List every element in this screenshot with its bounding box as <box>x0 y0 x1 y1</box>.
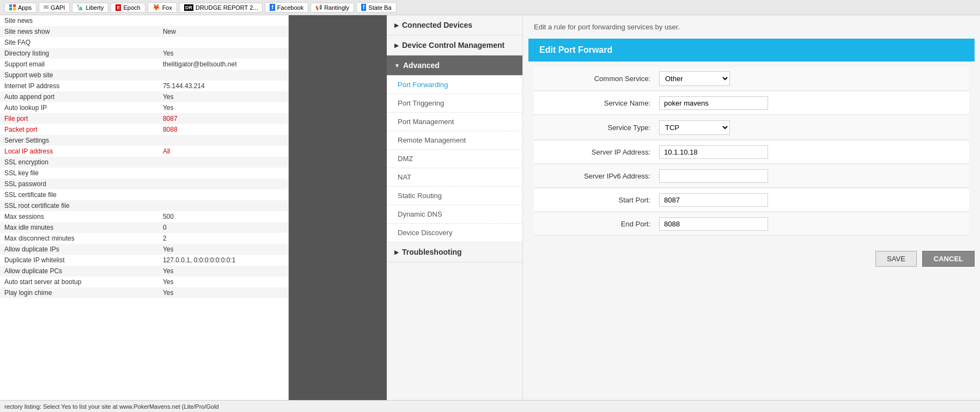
tab-rantingly-label: Rantingly <box>324 4 349 11</box>
form-row-service-name: Service Name: <box>534 92 969 115</box>
setting-label: Auto start server at bootup <box>0 276 159 287</box>
tab-apps-label: Apps <box>18 4 32 11</box>
setting-value <box>159 157 288 168</box>
setting-label: Auto append port <box>0 91 159 102</box>
nav-section-label: Device Control Management <box>402 41 504 50</box>
nav-section-header[interactable]: ▼Advanced <box>387 56 522 76</box>
table-row: Duplicate IP whitelist127.0.0.1, 0:0:0:0… <box>0 255 288 266</box>
save-button[interactable]: SAVE <box>875 251 917 267</box>
tab-facebook-label: Facebook <box>277 4 303 11</box>
setting-label: Site FAQ <box>0 37 159 48</box>
nav-item[interactable]: Port Forwarding <box>387 76 522 94</box>
tab-liberty[interactable]: 🗽 Liberty <box>72 3 108 13</box>
setting-label: Site news <box>0 15 159 26</box>
form-label-server-ip: Server IP Address: <box>539 148 659 156</box>
nav-section-header[interactable]: ▶Connected Devices <box>387 15 522 35</box>
table-row: Internet IP address75.144.43.214 <box>0 81 288 91</box>
table-row: Site news showNew <box>0 26 288 37</box>
setting-value <box>159 200 288 211</box>
setting-value: Yes <box>159 287 288 298</box>
form-label-service-type: Service Type: <box>539 124 659 132</box>
nav-section-label: Troubleshooting <box>402 248 462 256</box>
tab-state[interactable]: f State Ba <box>356 2 397 13</box>
table-row: SSL key file <box>0 168 288 179</box>
tab-epoch[interactable]: E Epoch <box>111 3 145 13</box>
tab-drudge-label: DRUDGE REPORT 2... <box>196 4 258 11</box>
form-description: Edit a rule for port forwarding services… <box>523 15 980 39</box>
setting-label: SSL encryption <box>0 157 159 168</box>
right-panel: Edit a rule for port forwarding services… <box>523 15 980 400</box>
table-row: Play login chimeYes <box>0 287 288 298</box>
form-row-service-type: Service Type:TCPUDPBoth <box>534 116 969 140</box>
left-panel: Site newsSite news showNewSite FAQDirect… <box>0 15 289 400</box>
form-row-end-port: End Port: <box>534 213 969 236</box>
table-row: Allow duplicate PCsYes <box>0 266 288 276</box>
tab-rantingly[interactable]: 📢 Rantingly <box>311 3 354 13</box>
tab-apps[interactable]: Apps <box>4 3 36 13</box>
setting-label: Local IP address <box>0 146 159 157</box>
tab-gapi[interactable]: ✉ GAPI <box>39 2 70 13</box>
form-input-server-ip[interactable] <box>659 145 768 159</box>
form-input-service-name[interactable] <box>659 96 768 110</box>
setting-label: Auto lookup IP <box>0 102 159 113</box>
setting-value: 0 <box>159 222 288 233</box>
form-input-start-port[interactable] <box>659 193 768 207</box>
nav-section-label: Connected Devices <box>402 21 472 29</box>
form-input-server-ipv6[interactable] <box>659 169 768 183</box>
settings-table: Site newsSite news showNewSite FAQDirect… <box>0 15 288 298</box>
nav-section-header[interactable]: ▶Device Control Management <box>387 35 522 56</box>
tab-fox-label: Fox <box>162 4 172 11</box>
rantingly-icon: 📢 <box>315 4 322 10</box>
form-select-common-service[interactable]: OtherHTTPHTTPSFTPSSHCustom <box>659 71 730 86</box>
setting-value: Yes <box>159 102 288 113</box>
tab-liberty-label: Liberty <box>86 4 104 11</box>
nav-item[interactable]: Port Management <box>387 113 522 131</box>
setting-value <box>159 37 288 48</box>
setting-value: Yes <box>159 276 288 287</box>
nav-item[interactable]: DMZ <box>387 150 522 168</box>
nav-item[interactable]: NAT <box>387 168 522 187</box>
status-text: rectory listing: Select Yes to list your… <box>4 403 219 410</box>
tab-facebook[interactable]: f Facebook <box>265 2 308 13</box>
nav-section-header[interactable]: ▶Troubleshooting <box>387 242 522 262</box>
setting-value: 127.0.0.1, 0:0:0:0:0:0:0:1 <box>159 255 288 266</box>
nav-section-arrow: ▶ <box>394 22 399 28</box>
table-row: Site FAQ <box>0 37 288 48</box>
nav-item[interactable]: Port Triggering <box>387 94 522 113</box>
form-select-service-type[interactable]: TCPUDPBoth <box>659 120 730 135</box>
nav-item[interactable]: Dynamic DNS <box>387 205 522 224</box>
nav-item[interactable]: Static Routing <box>387 187 522 205</box>
facebook-icon: f <box>270 4 275 11</box>
setting-label: Site news show <box>0 26 159 37</box>
table-row: Local IP addressAll <box>0 146 288 157</box>
table-row: Max disconnect minutes2 <box>0 233 288 244</box>
nav-item[interactable]: Device Discovery <box>387 224 522 242</box>
tab-fox[interactable]: 🦊 Fox <box>148 2 177 13</box>
form-label-common-service: Common Service: <box>539 75 659 83</box>
form-body: Common Service:OtherHTTPHTTPSFTPSSHCusto… <box>523 62 980 242</box>
nav-section-label: Advanced <box>403 61 440 70</box>
setting-label: Allow duplicate IPs <box>0 244 159 255</box>
setting-value <box>159 189 288 200</box>
form-input-end-port[interactable] <box>659 217 768 231</box>
table-row: Server Settings <box>0 135 288 146</box>
tab-drudge[interactable]: DR DRUDGE REPORT 2... <box>179 3 263 13</box>
nav-item[interactable]: Remote Management <box>387 131 522 150</box>
setting-value: 8087 <box>159 113 288 124</box>
cancel-button[interactable]: CANCEL <box>922 251 975 267</box>
setting-value: Yes <box>159 244 288 255</box>
form-label-service-name: Service Name: <box>539 99 659 107</box>
setting-value: thelitigator@bellsouth.net <box>159 59 288 70</box>
setting-value: New <box>159 26 288 37</box>
setting-value: All <box>159 146 288 157</box>
setting-label: SSL password <box>0 179 159 189</box>
setting-value: 8088 <box>159 124 288 135</box>
form-row-start-port: Start Port: <box>534 189 969 212</box>
table-row: SSL encryption <box>0 157 288 168</box>
table-row: File port8087 <box>0 113 288 124</box>
setting-label: Max disconnect minutes <box>0 233 159 244</box>
setting-label: Support web site <box>0 70 159 81</box>
nav-section-arrow: ▼ <box>394 63 400 69</box>
setting-value: 75.144.43.214 <box>159 81 288 91</box>
liberty-icon: 🗽 <box>77 4 83 10</box>
